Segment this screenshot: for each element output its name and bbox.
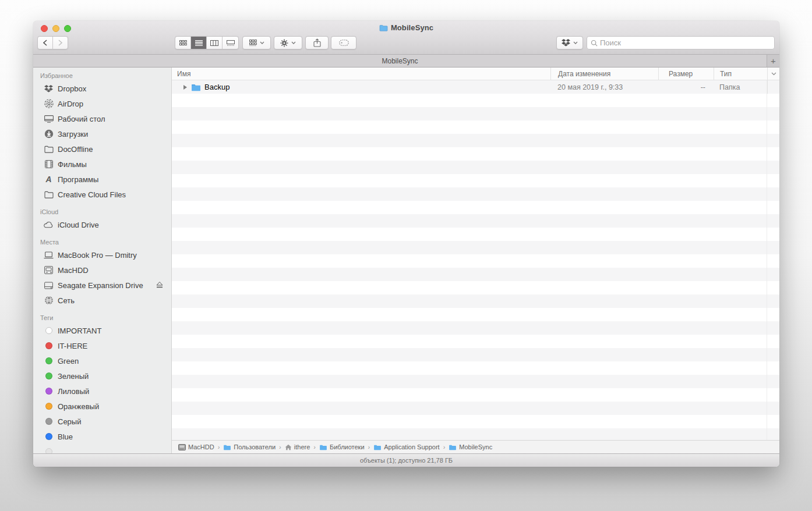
path-item-machdd[interactable]: MacHDD	[178, 443, 214, 450]
path-item-mobilesync[interactable]: MobileSync	[449, 443, 492, 450]
tag-label: IT-HERE	[58, 342, 87, 350]
new-tab-button[interactable]: +	[767, 55, 779, 67]
sidebar-tag-lilovy[interactable]: Лиловый	[33, 384, 171, 399]
status-bar: объекты (1); доступно 21,78 ГБ	[33, 453, 779, 467]
sidebar-item-applications[interactable]: A Программы	[33, 172, 171, 187]
title-bar[interactable]: MobileSync	[33, 21, 779, 35]
tag-circle-icon	[45, 448, 52, 453]
sidebar-item-downloads[interactable]: Загрузки	[33, 126, 171, 141]
sidebar-item-movies[interactable]: Фильмы	[33, 157, 171, 172]
sidebar-item-airdrop[interactable]: AirDrop	[33, 96, 171, 111]
forward-button[interactable]	[53, 37, 68, 49]
path-label: Application Support	[384, 443, 439, 450]
sidebar-tag-partial[interactable]	[33, 444, 171, 453]
sidebar-item-docoffline[interactable]: DocOffline	[33, 141, 171, 157]
sidebar-item-label: Dropbox	[58, 84, 86, 93]
tags-button[interactable]	[331, 36, 356, 49]
tag-circle-icon	[45, 403, 52, 410]
list-view-button[interactable]	[191, 37, 207, 49]
column-header-size[interactable]: Размер	[658, 68, 714, 80]
path-item-ithere[interactable]: ithere	[285, 443, 310, 450]
path-item-application-support[interactable]: Application Support	[373, 443, 439, 450]
path-separator: ›	[279, 443, 281, 450]
chevron-down-icon	[573, 41, 578, 44]
sidebar-item-macbook[interactable]: MacBook Pro — Dmitry	[33, 247, 171, 262]
sidebar-item-label: iCloud Drive	[58, 221, 99, 229]
sidebar-item-label: DocOffline	[58, 145, 93, 154]
downloads-icon	[44, 129, 54, 139]
sidebar-item-machdd[interactable]: MacHDD	[33, 262, 171, 278]
file-list[interactable]: Backup 20 мая 2019 г., 9:33 -- Папка	[172, 80, 779, 440]
internal-drive-icon	[178, 444, 186, 450]
sidebar-tag-sery[interactable]: Серый	[33, 414, 171, 429]
status-text: объекты (1); доступно 21,78 ГБ	[360, 457, 453, 464]
search-field[interactable]	[587, 36, 775, 49]
sidebar-section-favorites: Избранное	[33, 72, 171, 81]
sidebar-section-places: Места	[33, 239, 171, 247]
gallery-view-button[interactable]	[223, 37, 238, 49]
eject-icon[interactable]	[156, 282, 163, 288]
back-icon	[43, 40, 48, 46]
file-list-pane: Имя Дата изменения Размер Тип Backup 2	[172, 68, 779, 453]
sidebar-item-seagate[interactable]: Seagate Expansion Drive	[33, 278, 171, 293]
sidebar-tag-blue[interactable]: Blue	[33, 429, 171, 444]
path-item-libraries[interactable]: Библиотеки	[319, 443, 365, 450]
column-view-button[interactable]	[207, 37, 223, 49]
tag-label: Лиловый	[58, 387, 89, 396]
path-item-users[interactable]: Пользователи	[223, 443, 276, 450]
file-type: Папка	[714, 80, 767, 94]
folder-blue-icon	[223, 444, 231, 450]
movies-icon	[44, 159, 54, 169]
tag-circle-icon	[45, 327, 52, 334]
sidebar-item-creative-cloud-files[interactable]: Creative Cloud Files	[33, 187, 171, 202]
path-bar: MacHDD › Пользователи › ithere › Библиот…	[172, 440, 779, 453]
tab-mobilesync[interactable]: MobileSync	[33, 55, 767, 67]
folder-icon	[44, 144, 54, 154]
gallery-view-icon	[227, 40, 235, 46]
airdrop-icon	[44, 99, 54, 109]
back-button[interactable]	[38, 37, 53, 49]
view-mode-segment	[175, 36, 239, 49]
action-button[interactable]	[274, 36, 302, 49]
list-view-icon	[195, 40, 203, 46]
search-input[interactable]	[600, 38, 771, 47]
path-label: Библиотеки	[330, 443, 365, 450]
sidebar-tag-it-here[interactable]: IT-HERE	[33, 338, 171, 353]
sidebar-item-label: Seagate Expansion Drive	[58, 281, 143, 290]
window-title: MobileSync	[391, 23, 433, 32]
sidebar-tag-green[interactable]: Green	[33, 353, 171, 368]
group-button[interactable]	[242, 36, 271, 49]
tag-label: Зеленый	[58, 372, 89, 381]
column-header-date-modified[interactable]: Дата изменения	[550, 68, 658, 80]
desktop-icon	[44, 114, 54, 124]
folder-blue-icon	[319, 444, 327, 450]
sidebar-item-icloud-drive[interactable]: iCloud Drive	[33, 217, 171, 232]
sidebar-item-label: Фильмы	[58, 160, 87, 169]
tab-bar: MobileSync +	[33, 55, 779, 68]
column-options-button[interactable]	[767, 68, 779, 80]
applications-icon: A	[44, 175, 54, 184]
sidebar-item-desktop[interactable]: Рабочий стол	[33, 111, 171, 126]
sidebar-item-network[interactable]: Сеть	[33, 293, 171, 308]
folder-blue-icon	[373, 444, 382, 450]
share-button[interactable]	[305, 36, 329, 49]
column-header-type[interactable]: Тип	[714, 68, 767, 80]
dropbox-toolbar-button[interactable]	[556, 36, 583, 49]
sidebar-tag-oranzhevy[interactable]: Оранжевый	[33, 399, 171, 414]
dropbox-icon	[562, 39, 570, 47]
table-row-backup[interactable]: Backup 20 мая 2019 г., 9:33 -- Папка	[172, 80, 779, 94]
icon-view-button[interactable]	[175, 37, 191, 49]
internal-drive-icon	[44, 265, 54, 275]
sidebar-tag-important[interactable]: IMPORTANT	[33, 323, 171, 338]
tag-label: Blue	[58, 432, 73, 441]
laptop-icon	[44, 250, 54, 260]
sidebar-item-label: Сеть	[58, 296, 75, 305]
chevron-down-icon	[260, 41, 264, 44]
column-header-name[interactable]: Имя	[172, 68, 550, 80]
sidebar-item-dropbox[interactable]: Dropbox	[33, 81, 171, 96]
disclosure-triangle-icon[interactable]	[183, 85, 187, 90]
folder-blue-icon	[191, 83, 201, 91]
tag-circle-icon	[45, 342, 52, 349]
tag-label: Оранжевый	[58, 402, 99, 411]
sidebar-tag-zeleny[interactable]: Зеленый	[33, 368, 171, 384]
